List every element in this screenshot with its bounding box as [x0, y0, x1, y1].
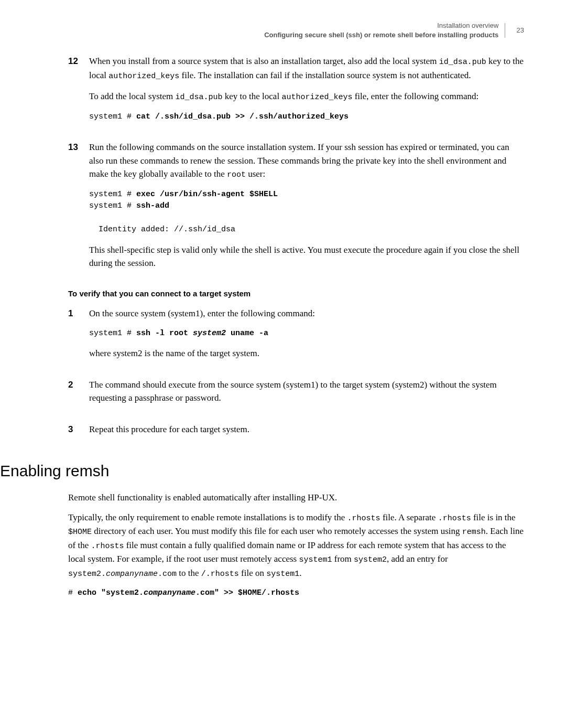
- step-body: Repeat this procedure for each target sy…: [89, 423, 524, 444]
- text: Run the following commands on the source…: [89, 142, 509, 179]
- header-text: Installation overview Configuring secure…: [264, 21, 498, 40]
- inline-code: .rhosts: [91, 542, 124, 551]
- code-block: system1 # cat /.ssh/id_dsa.pub >> /.ssh/…: [89, 111, 524, 123]
- remsh-body: Remote shell functionality is enabled au…: [68, 491, 524, 599]
- header-divider: [505, 23, 505, 38]
- inline-code: authorized_keys: [281, 93, 352, 102]
- step12-p2: To add the local system id_dsa.pub key t…: [89, 90, 524, 104]
- text: Typically, the only requirement to enabl…: [68, 512, 347, 522]
- step-number: 2: [68, 378, 89, 412]
- code-prompt: system1 #: [89, 112, 136, 121]
- page-header: Installation overview Configuring secure…: [68, 21, 524, 40]
- code-block: system1 # exec /usr/bin/ssh-agent $SHELL…: [89, 189, 524, 236]
- text: file, enter the following command:: [352, 91, 478, 101]
- text: file is in the: [471, 512, 516, 522]
- code-command: uname -a: [226, 329, 268, 338]
- inline-code: .rhosts: [347, 514, 380, 523]
- code-arg: companyname: [144, 588, 195, 597]
- step-number: 13: [68, 141, 89, 277]
- text: file. The installation can fail if the i…: [179, 70, 471, 80]
- code-arg: system2: [193, 329, 226, 338]
- code-prompt: #: [68, 588, 78, 597]
- step-number: 12: [68, 55, 89, 130]
- header-line2: Configuring secure shell (ssh) or remote…: [264, 31, 498, 39]
- code-command: cat /.ssh/id_dsa.pub >> /.ssh/authorized…: [136, 112, 349, 121]
- verify2-p1: The command should execute from the sour…: [89, 378, 524, 405]
- text: from: [332, 554, 354, 564]
- text: file on: [239, 568, 266, 578]
- inline-code: companyname: [106, 570, 158, 579]
- text: To add the local system: [89, 91, 176, 101]
- verify-step-2: 2 The command should execute from the so…: [68, 378, 524, 412]
- inline-code: system1: [299, 555, 332, 564]
- text: to the: [177, 568, 201, 578]
- inline-code: id_dsa.pub: [439, 58, 486, 67]
- step-number: 3: [68, 423, 89, 444]
- inline-code: system2.: [68, 570, 106, 579]
- code-block: system1 # ssh -l root system2 uname -a: [89, 328, 524, 340]
- inline-code: authorized_keys: [108, 72, 179, 81]
- inline-code: .com: [158, 570, 177, 579]
- inline-code: system2: [354, 555, 387, 564]
- step-number: 1: [68, 307, 89, 368]
- step-body: Run the following commands on the source…: [89, 141, 524, 277]
- inline-code: system1: [266, 570, 299, 579]
- code-output: Identity added: //.ssh/id_dsa: [89, 225, 235, 234]
- remsh-p2: Typically, the only requirement to enabl…: [68, 511, 524, 581]
- page-number: 23: [517, 26, 524, 34]
- verify1-p2: where system2 is the name of the target …: [89, 347, 524, 360]
- text: key to the local: [223, 91, 282, 101]
- code-prompt: system1 #: [89, 201, 136, 210]
- remsh-p1: Remote shell functionality is enabled au…: [68, 491, 524, 505]
- code-command: .com" >> $HOME/.rhosts: [195, 588, 299, 597]
- text: file. A separate: [380, 512, 438, 522]
- step-body: When you install from a source system th…: [89, 55, 524, 130]
- text: .: [299, 568, 301, 578]
- step13-p1: Run the following commands on the source…: [89, 141, 524, 181]
- verify-heading: To verify that you can connect to a targ…: [68, 288, 524, 300]
- verify-step-1: 1 On the source system (system1), enter …: [68, 307, 524, 368]
- code-prompt: system1 #: [89, 190, 136, 199]
- text: , add an entry for: [387, 554, 448, 564]
- verify3-p1: Repeat this procedure for each target sy…: [89, 423, 524, 436]
- code-prompt: system1 #: [89, 329, 136, 338]
- step12-p1: When you install from a source system th…: [89, 55, 524, 82]
- text: user:: [246, 169, 265, 179]
- step-body: The command should execute from the sour…: [89, 378, 524, 412]
- inline-code: /.rhosts: [201, 570, 239, 579]
- code-command: ssh -l root: [136, 329, 193, 338]
- step13-p2: This shell-specific step is valid only w…: [89, 243, 524, 270]
- step-12: 12 When you install from a source system…: [68, 55, 524, 130]
- inline-code: .rhosts: [438, 514, 471, 523]
- step-13: 13 Run the following commands on the sou…: [68, 141, 524, 277]
- inline-code: remsh: [462, 528, 486, 537]
- step-body: On the source system (system1), enter th…: [89, 307, 524, 368]
- code-command: echo "system2.: [78, 588, 144, 597]
- code-block: # echo "system2.companyname.com" >> $HOM…: [68, 587, 524, 599]
- inline-code: $HOME: [68, 528, 92, 537]
- inline-code: id_dsa.pub: [176, 93, 223, 102]
- inline-code: root: [227, 170, 246, 179]
- text: When you install from a source system th…: [89, 56, 439, 66]
- code-command: ssh-add: [136, 201, 169, 210]
- verify1-p1: On the source system (system1), enter th…: [89, 307, 524, 320]
- verify-step-3: 3 Repeat this procedure for each target …: [68, 423, 524, 444]
- header-line1: Installation overview: [437, 22, 498, 29]
- text: directory of each user. You must modify …: [92, 526, 462, 536]
- code-command: exec /usr/bin/ssh-agent $SHELL: [136, 190, 278, 199]
- section-heading: Enabling remsh: [0, 459, 524, 483]
